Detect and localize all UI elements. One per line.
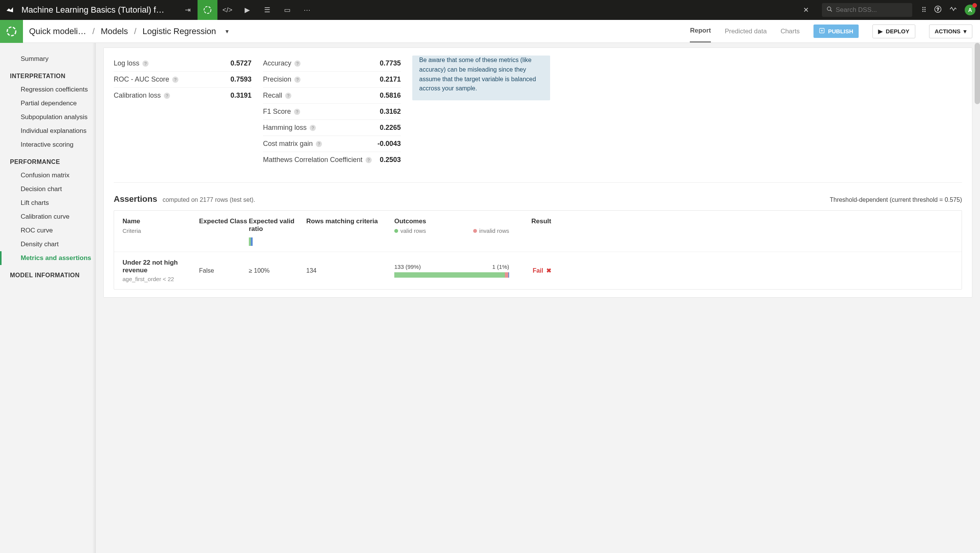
lab-icon[interactable] [198,0,217,20]
help-icon[interactable]: ? [294,109,300,115]
actions-button[interactable]: ACTIONS ▾ [929,25,973,38]
metric-value: -0.0043 [377,140,401,148]
help-icon[interactable]: ? [316,141,322,147]
help-icon[interactable]: ? [310,125,316,131]
publish-label: PUBLISH [828,28,853,34]
sidebar-item-roc-curve[interactable]: ROC curve [0,224,95,237]
top-nav-icons: ⇥ </> ▶ ☰ ▭ ⋯ [178,0,317,20]
assertion-outcome-invalid: 1 (1%) [492,263,509,270]
assertions-threshold-note: Threshold-dependent (current threshold =… [830,196,962,203]
activity-icon[interactable] [949,5,957,15]
valid-dot-icon [394,229,398,233]
col-expected-ratio: Expected valid ratio [249,218,306,233]
tab-report[interactable]: Report [690,20,711,43]
help-icon[interactable]: ? [172,77,178,83]
sidebar-item-summary[interactable]: Summary [0,52,95,66]
help-icon[interactable]: ? [164,93,170,99]
tab-predicted-data[interactable]: Predicted data [725,21,767,42]
code-icon[interactable]: </> [217,0,237,20]
col-name: Name [122,218,199,225]
sidebar-heading-model-info: MODEL INFORMATION [0,265,95,282]
avatar-letter: A [968,7,972,13]
apps-icon[interactable]: ⠿ [921,6,926,14]
sidebar-item-subpopulation-analysis[interactable]: Subpopulation analysis [0,110,95,124]
metric-label: ROC - AUC Score [114,75,169,83]
svg-line-2 [830,10,832,11]
model-tabs: Report Predicted data Charts PUBLISH ▶ D… [690,20,980,43]
metric-value: 0.5727 [230,59,252,67]
svg-text:?: ? [937,7,939,11]
metric-value: 0.2265 [380,124,401,132]
lab-badge-icon[interactable] [0,20,23,43]
user-avatar[interactable]: A [965,5,975,15]
sidebar-item-confusion-matrix[interactable]: Confusion matrix [0,169,95,182]
sidebar-item-metrics-assertions[interactable]: Metrics and assertions [0,251,95,265]
svg-point-0 [204,7,211,13]
search-box[interactable] [822,3,912,17]
metrics-info-box: Be aware that some of these metrics (lik… [412,56,550,100]
help-icon[interactable]: ? [934,5,942,15]
metric-label: Calibration loss [114,92,161,100]
actions-label: ACTIONS [935,28,961,34]
help-icon[interactable]: ? [285,93,291,99]
stack-icon[interactable]: ☰ [257,0,277,20]
tab-charts[interactable]: Charts [781,21,800,42]
breadcrumb-analysis[interactable]: Quick modeli… [29,26,86,36]
assertion-expected-ratio: ≥ 100% [249,267,306,274]
play-icon[interactable]: ▶ [237,0,257,20]
top-right-icons: ⠿ ? A [921,5,975,15]
help-icon[interactable]: ? [142,61,149,67]
result-label: Fail [532,267,543,274]
flow-icon[interactable]: ⇥ [178,0,198,20]
sidebar-item-regression-coefficients[interactable]: Regression coefficients [0,83,95,97]
sidebar-item-calibration-curve[interactable]: Calibration curve [0,210,95,224]
help-icon[interactable]: ? [294,61,301,67]
play-icon: ▶ [878,28,883,35]
scrollbar[interactable] [975,43,980,104]
search-input[interactable] [836,6,908,14]
assertion-rows-matching: 134 [306,267,394,274]
caret-down-icon: ▾ [964,28,967,35]
sidebar-item-decision-chart[interactable]: Decision chart [0,182,95,196]
top-bar: Machine Learning Basics (Tutorial) for A… [0,0,980,20]
breadcrumb-model-name[interactable]: Logistic Regression [142,26,216,36]
col-expected-class: Expected Class [199,218,249,245]
metric-value: 0.3162 [380,108,401,116]
metrics-card: Log loss?0.5727 ROC - AUC Score?0.7593 C… [103,47,972,298]
sidebar-item-lift-charts[interactable]: Lift charts [0,196,95,210]
publish-button[interactable]: PUBLISH [813,25,859,38]
metric-value: 0.2503 [380,156,401,164]
sidebar-item-partial-dependence[interactable]: Partial dependence [0,97,95,110]
sidebar-heading-interpretation: INTERPRETATION [0,66,95,83]
assertion-expected-class: False [199,267,249,274]
svg-point-1 [827,7,831,10]
assertions-header: Assertions computed on 2177 rows (test s… [114,182,962,204]
sidebar-item-individual-explanations[interactable]: Individual explanations [0,124,95,138]
close-icon[interactable]: ✕ [796,0,816,20]
deploy-button[interactable]: ▶ DEPLOY [872,25,915,38]
more-icon[interactable]: ⋯ [297,0,317,20]
metric-label: Log loss [114,59,139,67]
help-icon[interactable]: ? [366,157,372,163]
invalid-dot-icon [473,229,477,233]
search-icon [826,6,833,14]
assertion-row: Under 22 not high revenue age_first_orde… [114,252,962,289]
metric-value: 0.3191 [230,92,252,100]
sidebar-item-density-chart[interactable]: Density chart [0,237,95,251]
project-title[interactable]: Machine Learning Basics (Tutorial) for A… [21,5,167,15]
metric-value: 0.7735 [380,59,401,67]
sidebar-item-interactive-scoring[interactable]: Interactive scoring [0,138,95,152]
col-result: Result [509,218,551,245]
help-icon[interactable]: ? [294,77,301,83]
metric-label: Precision [263,75,291,83]
caret-down-icon[interactable]: ▼ [224,28,230,34]
col-name-sub: Criteria [122,227,199,234]
sidebar-heading-performance: PERFORMANCE [0,152,95,169]
assertion-result: Fail ✖ [509,267,551,274]
metric-label: F1 Score [263,108,291,116]
dashboard-icon[interactable]: ▭ [277,0,297,20]
sidebar: Summary INTERPRETATION Regression coeffi… [0,43,96,553]
dataiku-logo-icon[interactable] [5,5,15,15]
breadcrumb-bar: Quick modeli… / Models / Logistic Regres… [0,20,980,43]
breadcrumb-models[interactable]: Models [101,26,128,36]
